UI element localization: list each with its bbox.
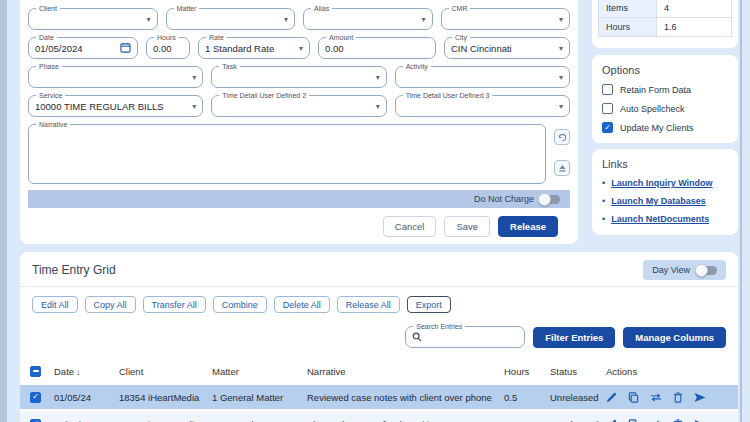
delete-icon[interactable] bbox=[673, 392, 683, 403]
bullet-icon: • bbox=[602, 214, 605, 224]
column-client[interactable]: Client bbox=[119, 366, 212, 377]
table-row[interactable]: 01/05/24 18354 iHeartMedia 1 General Mat… bbox=[20, 412, 738, 422]
link-row: • Launch Inquiry Window bbox=[602, 178, 728, 188]
service-label: Service bbox=[36, 91, 65, 100]
summary-panel: Items 4 Hours 1.6 bbox=[592, 0, 738, 48]
cell-narrative: Plan and prepare for deposition bbox=[307, 419, 504, 422]
city-select[interactable]: City CIN Cincinnati ▾ bbox=[444, 37, 570, 59]
search-field[interactable]: Search Entries bbox=[405, 326, 525, 348]
alias-select[interactable]: Alias ▾ bbox=[303, 8, 433, 30]
upload-icon bbox=[558, 159, 567, 177]
row-checkbox[interactable] bbox=[30, 392, 41, 403]
date-field[interactable]: Date bbox=[28, 37, 138, 59]
option-retain-form-data[interactable]: Retain Form Data bbox=[602, 84, 728, 95]
cmr-select[interactable]: CMR ▾ bbox=[441, 8, 571, 30]
history-button[interactable] bbox=[554, 129, 570, 145]
links-title: Links bbox=[602, 158, 728, 170]
cancel-button[interactable]: Cancel bbox=[383, 216, 437, 237]
cmr-label: CMR bbox=[449, 4, 471, 13]
row-checkbox[interactable] bbox=[30, 419, 41, 422]
edit-icon[interactable] bbox=[606, 419, 617, 422]
service-select[interactable]: Service 10000 TIME REGULAR BILLS ▾ bbox=[28, 95, 203, 117]
release-icon[interactable] bbox=[694, 392, 706, 403]
cell-client: 18354 iHeartMedia bbox=[119, 419, 212, 422]
link-launch-inquiry-window[interactable]: Launch Inquiry Window bbox=[611, 178, 712, 188]
save-button[interactable]: Save bbox=[444, 216, 490, 237]
do-not-charge-label: Do Not Charge bbox=[474, 194, 534, 204]
table-row[interactable]: 01/05/24 18354 iHeartMedia 1 General Mat… bbox=[20, 385, 738, 409]
column-date[interactable]: Date↓ bbox=[54, 366, 119, 377]
grid-title: Time Entry Grid bbox=[32, 263, 116, 277]
copy-icon[interactable] bbox=[628, 392, 639, 403]
delete-icon[interactable] bbox=[673, 419, 683, 422]
bullet-icon: • bbox=[602, 178, 605, 188]
manage-columns-button[interactable]: Manage Columns bbox=[623, 327, 726, 348]
udf3-label: Time Detail User Defined 3 bbox=[403, 91, 493, 100]
hours-total-label: Hours bbox=[599, 18, 657, 37]
day-view-control: Day View bbox=[643, 260, 726, 280]
search-input[interactable] bbox=[426, 332, 518, 343]
task-select[interactable]: Task ▾ bbox=[211, 66, 386, 88]
narrative-field[interactable]: Narrative bbox=[28, 124, 546, 184]
toggle-knob bbox=[695, 264, 708, 277]
link-launch-my-databases[interactable]: Launch My Databases bbox=[611, 196, 706, 206]
combine-button[interactable]: Combine bbox=[213, 296, 267, 313]
export-button[interactable]: Export bbox=[407, 296, 451, 313]
udf2-select[interactable]: Time Detail User Defined 2 ▾ bbox=[211, 95, 386, 117]
link-launch-netdocuments[interactable]: Launch NetDocuments bbox=[611, 214, 709, 224]
narrative-input[interactable] bbox=[35, 129, 539, 181]
option-label: Update My Clients bbox=[620, 123, 694, 133]
do-not-charge-toggle[interactable] bbox=[540, 195, 560, 204]
release-icon[interactable] bbox=[694, 419, 706, 422]
release-all-button[interactable]: Release All bbox=[337, 296, 400, 313]
delete-all-button[interactable]: Delete All bbox=[274, 296, 330, 313]
scrollbar[interactable] bbox=[740, 0, 742, 422]
checkbox-unchecked[interactable] bbox=[602, 84, 613, 95]
cell-actions bbox=[606, 392, 738, 403]
options-title: Options bbox=[602, 64, 728, 76]
column-narrative[interactable]: Narrative bbox=[307, 366, 504, 377]
rate-value: 1 Standard Rate bbox=[205, 43, 295, 54]
upload-button[interactable] bbox=[554, 160, 570, 176]
copy-icon[interactable] bbox=[628, 419, 639, 422]
day-view-toggle[interactable] bbox=[697, 266, 717, 275]
filter-entries-button[interactable]: Filter Entries bbox=[533, 327, 615, 348]
hours-field[interactable]: Hours bbox=[146, 37, 190, 59]
column-actions: Actions bbox=[606, 366, 738, 377]
select-all-checkbox[interactable] bbox=[30, 366, 41, 377]
column-status[interactable]: Status bbox=[550, 366, 606, 377]
udf3-select[interactable]: Time Detail User Defined 3 ▾ bbox=[395, 95, 570, 117]
cell-matter: 1 General Matter bbox=[212, 419, 307, 422]
phase-select[interactable]: Phase ▾ bbox=[28, 66, 203, 88]
form-row-2: Date Hours Rate 1 Standard Rate ▾ Amount… bbox=[28, 37, 570, 59]
rate-select[interactable]: Rate 1 Standard Rate ▾ bbox=[198, 37, 310, 59]
amount-field[interactable]: Amount bbox=[318, 37, 436, 59]
form-row-1: Client ▾ Matter ▾ Alias ▾ CMR ▾ bbox=[28, 8, 570, 30]
copy-all-button[interactable]: Copy All bbox=[85, 296, 136, 313]
chevron-down-icon: ▾ bbox=[555, 73, 563, 82]
release-button[interactable]: Release bbox=[498, 216, 558, 237]
matter-select[interactable]: Matter ▾ bbox=[166, 8, 296, 30]
date-input[interactable] bbox=[35, 43, 120, 54]
amount-input[interactable] bbox=[325, 43, 429, 54]
checkbox-unchecked[interactable] bbox=[602, 103, 613, 114]
calendar-icon[interactable] bbox=[120, 39, 131, 57]
option-auto-spellcheck[interactable]: Auto Spellcheck bbox=[602, 103, 728, 114]
chevron-down-icon: ▾ bbox=[188, 102, 196, 111]
chevron-down-icon: ▾ bbox=[555, 102, 563, 111]
client-select[interactable]: Client ▾ bbox=[28, 8, 158, 30]
transfer-all-button[interactable]: Transfer All bbox=[143, 296, 206, 313]
column-matter[interactable]: Matter bbox=[212, 366, 307, 377]
window-edge bbox=[0, 0, 7, 422]
edit-icon[interactable] bbox=[606, 392, 617, 403]
transfer-icon[interactable] bbox=[650, 393, 662, 402]
narrative-side-buttons bbox=[546, 124, 570, 184]
edit-all-button[interactable]: Edit All bbox=[32, 296, 78, 313]
hours-input[interactable] bbox=[153, 43, 183, 54]
activity-select[interactable]: Activity ▾ bbox=[395, 66, 570, 88]
column-hours[interactable]: Hours bbox=[504, 366, 550, 377]
grid-header: Time Entry Grid Day View bbox=[20, 252, 738, 286]
search-label: Search Entries bbox=[413, 322, 465, 331]
option-update-my-clients[interactable]: Update My Clients bbox=[602, 122, 728, 133]
checkbox-checked[interactable] bbox=[602, 122, 613, 133]
